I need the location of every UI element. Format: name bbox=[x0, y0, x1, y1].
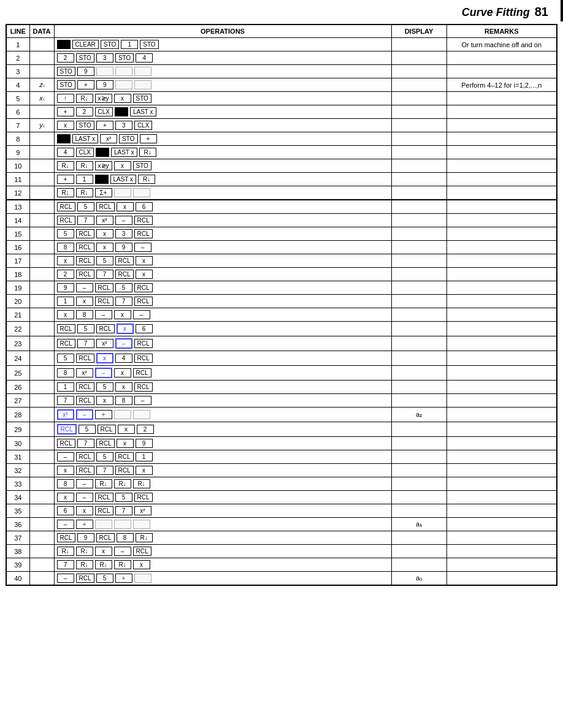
key-sto[interactable]: STO bbox=[140, 40, 158, 49]
key-x[interactable]: x bbox=[57, 466, 74, 475]
key--[interactable]: – bbox=[76, 283, 93, 292]
key-x[interactable]: x bbox=[76, 297, 93, 306]
key-rcl[interactable]: RCL bbox=[95, 297, 113, 306]
key-–-highlight[interactable]: – bbox=[95, 368, 112, 378]
key-–-highlight[interactable]: – bbox=[115, 338, 132, 349]
key--[interactable]: – bbox=[57, 574, 74, 583]
key-x[interactable]: x bbox=[136, 256, 153, 265]
key-rcl[interactable]: RCL bbox=[76, 382, 94, 392]
key-9[interactable]: 9 bbox=[96, 80, 113, 89]
key-9[interactable]: 9 bbox=[77, 67, 94, 76]
key-rcl[interactable]: RCL bbox=[95, 506, 113, 515]
key-x-[interactable]: x² bbox=[100, 134, 117, 143]
key-7[interactable]: 7 bbox=[115, 297, 132, 306]
key-rcl[interactable]: RCL bbox=[134, 297, 153, 306]
key-5[interactable]: 5 bbox=[77, 202, 94, 211]
key-7[interactable]: 7 bbox=[77, 339, 94, 348]
key-5[interactable]: 5 bbox=[57, 229, 74, 238]
key-x[interactable]: x bbox=[96, 243, 113, 252]
key--[interactable]: – bbox=[76, 479, 93, 488]
key-rcl[interactable]: RCL bbox=[57, 324, 75, 333]
key-7[interactable]: 7 bbox=[57, 396, 74, 405]
key-rcl[interactable]: RCL bbox=[76, 229, 94, 238]
key-rcl[interactable]: RCL bbox=[96, 533, 115, 542]
key-sto[interactable]: STO bbox=[76, 53, 94, 63]
key-x[interactable]: x bbox=[118, 425, 135, 434]
key-rcl[interactable]: RCL bbox=[57, 202, 75, 211]
key-x-highlight[interactable]: x bbox=[117, 324, 134, 334]
key-rcl[interactable]: RCL bbox=[133, 368, 151, 377]
key-x-[interactable]: x² bbox=[76, 368, 93, 377]
key--[interactable]: ↑ bbox=[57, 94, 74, 103]
key-sto[interactable]: STO bbox=[133, 161, 151, 170]
key-1[interactable]: 1 bbox=[121, 40, 138, 49]
key-x[interactable]: x bbox=[114, 161, 131, 170]
key-rcl[interactable]: RCL bbox=[76, 354, 94, 363]
key-rcl[interactable]: RCL bbox=[95, 283, 113, 292]
key--[interactable]: – bbox=[57, 520, 74, 529]
key-clx[interactable]: CLX bbox=[95, 107, 113, 116]
key-r-[interactable]: R↓ bbox=[76, 547, 93, 556]
key-2[interactable]: 2 bbox=[137, 425, 154, 434]
key-x-[interactable]: x² bbox=[96, 339, 113, 348]
key-9[interactable]: 9 bbox=[57, 283, 74, 292]
key-5[interactable]: 5 bbox=[96, 256, 113, 265]
key-8[interactable]: 8 bbox=[76, 310, 93, 319]
key-rcl-highlight[interactable]: RCL bbox=[57, 424, 77, 434]
key-2[interactable]: 2 bbox=[57, 270, 74, 279]
key-5[interactable]: 5 bbox=[79, 425, 96, 434]
key-x²-highlight[interactable]: x² bbox=[57, 409, 74, 420]
key-8[interactable]: 8 bbox=[57, 368, 74, 377]
key-last-x[interactable]: LAST x bbox=[130, 107, 156, 116]
key-rcl[interactable]: RCL bbox=[96, 324, 115, 333]
key-6[interactable]: 6 bbox=[136, 324, 153, 333]
key-sto[interactable]: STO bbox=[133, 94, 151, 103]
key-3[interactable]: 3 bbox=[115, 229, 132, 238]
key-rcl[interactable]: RCL bbox=[57, 216, 75, 225]
key-last-x[interactable]: LAST x bbox=[72, 134, 99, 143]
key-x[interactable]: x bbox=[114, 94, 131, 103]
key-sto[interactable]: STO bbox=[119, 134, 137, 143]
black-key[interactable] bbox=[57, 40, 71, 49]
key-5[interactable]: 5 bbox=[96, 574, 113, 583]
key-sto[interactable]: STO bbox=[101, 40, 119, 49]
key-x[interactable]: x bbox=[115, 382, 132, 392]
key-rcl[interactable]: RCL bbox=[76, 243, 94, 252]
key-8[interactable]: 8 bbox=[115, 396, 132, 405]
key-rcl[interactable]: RCL bbox=[76, 452, 94, 461]
key-1[interactable]: 1 bbox=[57, 382, 74, 392]
black-key[interactable] bbox=[115, 107, 128, 116]
key-x-highlight[interactable]: x bbox=[96, 353, 113, 363]
key-rcl[interactable]: RCL bbox=[57, 439, 75, 448]
key-x-[interactable]: x² bbox=[96, 216, 113, 225]
key-6[interactable]: 6 bbox=[136, 202, 153, 211]
key--[interactable]: – bbox=[134, 396, 151, 405]
key--[interactable]: – bbox=[76, 493, 93, 502]
black-key[interactable] bbox=[57, 134, 71, 143]
key-x[interactable]: x bbox=[96, 396, 113, 405]
key-rcl[interactable]: RCL bbox=[76, 466, 94, 475]
key--[interactable]: + bbox=[77, 80, 94, 89]
key-5[interactable]: 5 bbox=[96, 382, 113, 392]
key--[interactable]: – bbox=[134, 243, 151, 252]
key-rcl[interactable]: RCL bbox=[96, 439, 115, 448]
key-rcl[interactable]: RCL bbox=[98, 425, 116, 434]
key-r-[interactable]: R↓ bbox=[95, 479, 112, 488]
key-rcl[interactable]: RCL bbox=[115, 256, 134, 265]
key-sto[interactable]: STO bbox=[115, 53, 134, 63]
key-rcl[interactable]: RCL bbox=[115, 466, 134, 475]
key-x[interactable]: x bbox=[57, 493, 74, 502]
key-rcl[interactable]: RCL bbox=[57, 339, 75, 348]
key-x[interactable]: x bbox=[117, 439, 134, 448]
key-3[interactable]: 3 bbox=[115, 121, 132, 130]
key-r-[interactable]: R↓ bbox=[114, 479, 131, 488]
key-9[interactable]: 9 bbox=[115, 243, 132, 252]
key---[interactable]: Σ+ bbox=[95, 188, 112, 197]
key-5[interactable]: 5 bbox=[96, 452, 113, 461]
key-2[interactable]: 2 bbox=[76, 107, 93, 116]
key-7[interactable]: 7 bbox=[96, 270, 113, 279]
key-x[interactable]: x bbox=[117, 202, 134, 211]
key-last-x[interactable]: LAST x bbox=[111, 148, 137, 157]
key-x-[interactable]: x² bbox=[134, 506, 151, 515]
key-rcl[interactable]: RCL bbox=[134, 339, 153, 348]
